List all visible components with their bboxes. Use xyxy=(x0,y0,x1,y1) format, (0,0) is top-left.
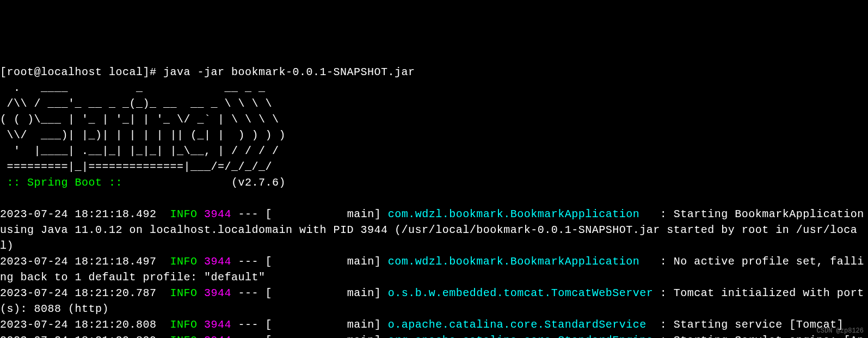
spring-boot-version: (v2.7.6) xyxy=(231,176,286,189)
log-thread: --- [ main] xyxy=(231,208,388,220)
log-line: 2023-07-24 18:21:18.492 INFO 3944 --- [ … xyxy=(0,208,868,252)
shell-command: java -jar bookmark-0.0.1-SNAPSHOT.jar xyxy=(163,66,415,78)
log-timestamp: 2023-07-24 18:21:20.808 xyxy=(0,318,157,331)
log-line: 2023-07-24 18:21:20.809 INFO 3944 --- [ … xyxy=(0,334,864,338)
log-line: 2023-07-24 18:21:18.497 INFO 3944 --- [ … xyxy=(0,255,864,284)
log-pid: 3944 xyxy=(204,318,231,331)
log-level: INFO xyxy=(170,318,198,331)
log-timestamp: 2023-07-24 18:21:20.787 xyxy=(0,287,157,299)
log-timestamp: 2023-07-24 18:21:20.809 xyxy=(0,334,157,338)
log-logger: org.apache.catalina.core.StandardEngine xyxy=(388,334,654,338)
log-logger: com.wdzl.bookmark.BookmarkApplication xyxy=(388,255,640,268)
terminal-output[interactable]: [root@localhost local]# java -jar bookma… xyxy=(0,64,868,338)
log-level: INFO xyxy=(170,208,198,220)
log-level: INFO xyxy=(170,255,198,268)
log-pid: 3944 xyxy=(204,208,231,220)
log-line: 2023-07-24 18:21:20.808 INFO 3944 --- [ … xyxy=(0,318,844,331)
log-logger: com.wdzl.bookmark.BookmarkApplication xyxy=(388,208,640,220)
log-thread: --- [ main] xyxy=(231,287,388,299)
spring-boot-label: :: Spring Boot :: xyxy=(0,176,130,189)
banner-padding xyxy=(130,176,232,189)
watermark: CSDN @zp8126 xyxy=(817,327,864,336)
log-pid: 3944 xyxy=(204,334,231,338)
log-line: 2023-07-24 18:21:20.787 INFO 3944 --- [ … xyxy=(0,287,864,315)
log-level: INFO xyxy=(170,287,198,299)
log-pid: 3944 xyxy=(204,255,231,268)
log-thread: --- [ main] xyxy=(231,334,388,338)
log-pid: 3944 xyxy=(204,287,231,299)
spring-ascii-banner: . ____ _ __ _ _ /\\ / ___'_ __ _ _(_)_ _… xyxy=(0,80,868,175)
log-logger: o.apache.catalina.core.StandardService xyxy=(388,318,647,331)
log-timestamp: 2023-07-24 18:21:18.492 xyxy=(0,208,157,220)
log-level: INFO xyxy=(170,334,198,338)
shell-prompt: [root@localhost local]# xyxy=(0,66,163,78)
log-logger: o.s.b.w.embedded.tomcat.TomcatWebServer xyxy=(388,287,654,299)
log-thread: --- [ main] xyxy=(231,255,388,268)
log-thread: --- [ main] xyxy=(231,318,388,331)
log-timestamp: 2023-07-24 18:21:18.497 xyxy=(0,255,157,268)
